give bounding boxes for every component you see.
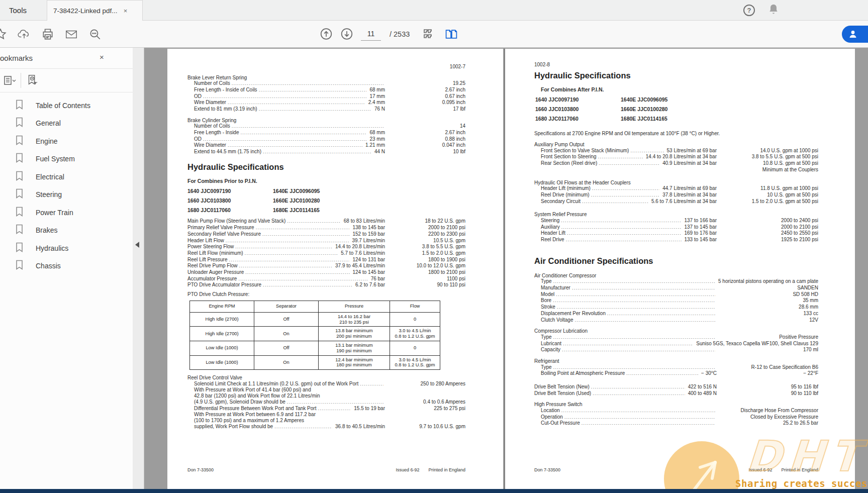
spec-value-imperial: − 22°F <box>717 370 818 376</box>
search-icon[interactable] <box>88 28 102 41</box>
tab-bar: Tools 7-38422-Linked pdf... × ? <box>0 0 868 21</box>
organize-pages-icon[interactable] <box>422 28 435 41</box>
spec-value-imperial: Discharge Hose From Compressor <box>717 408 818 414</box>
star-icon[interactable] <box>0 28 7 41</box>
spec-value-metric: 68 to 83 Litres/min <box>342 218 385 224</box>
spec-label: Wire Diameter <box>194 142 226 148</box>
bookmark-item-chassis[interactable]: Chassis <box>0 257 133 275</box>
toolbar-left-group <box>0 28 102 41</box>
dot-leader: ........................................… <box>203 94 366 100</box>
bookmark-item-brakes[interactable]: Brakes <box>0 222 133 240</box>
close-tab-icon[interactable]: × <box>124 7 128 15</box>
spec-label: Capacity <box>541 347 560 353</box>
spec-label: Secondary Relief Valve Pressure <box>187 231 261 237</box>
bookmark-item-table-of-contents[interactable]: Table of Contents <box>0 96 133 115</box>
bookmark-item-hydraulics[interactable]: Hydraulics <box>0 239 133 257</box>
bookmark-item-general[interactable]: General <box>0 115 133 133</box>
bookmark-item-fuel-system[interactable]: Fuel System <box>0 150 133 168</box>
dot-leader: ........................................… <box>582 421 715 427</box>
section-title: Hydraulic Oil Flows at the Header Couple… <box>534 180 818 186</box>
spec-row: Differential Pressure Between Work Port … <box>187 406 465 412</box>
share-button[interactable] <box>842 26 868 43</box>
spec-row: Auxiliary...............................… <box>534 224 818 231</box>
spec-row: Solenoid Limit Check at 1.1 Litres/min (… <box>187 381 465 387</box>
bookmark-options-icon[interactable] <box>3 74 16 87</box>
section-title: Refrigerant <box>534 358 818 364</box>
close-panel-icon[interactable]: × <box>100 53 104 61</box>
help-glyph: ? <box>747 7 751 14</box>
page-up-icon[interactable] <box>320 28 333 41</box>
bookmark-item-label: Hydraulics <box>36 244 68 252</box>
spec-value-metric: 138 to 145 bar <box>351 225 385 231</box>
spec-value-imperial: 0.88 inch <box>385 136 465 142</box>
spec-list: Number of Coils.........................… <box>187 80 465 113</box>
spec-value-metric: 17 mm <box>368 93 385 100</box>
spec-label: Rear Section (Reel drive) <box>541 160 597 166</box>
bookmark-item-power-train[interactable]: Power Train <box>0 204 133 222</box>
spec-row: Cut-Out Pressure........................… <box>534 420 818 427</box>
spec-value-imperial: 1100 psi <box>385 276 465 282</box>
spec-row: Wire Diameter...........................… <box>187 142 465 149</box>
spec-label: Free Length - Inside <box>194 130 239 136</box>
bookmark-item-electrical[interactable]: Electrical <box>0 168 133 186</box>
spec-value-imperial: 1.5 to 2.0 U.S. gpm at 500 psi <box>717 199 818 205</box>
spec-value-metric: 44.7 Litres/min at 69 bar <box>661 185 717 191</box>
document-viewport[interactable]: 1002-7 Brake Lever Return Spring Number … <box>144 47 868 493</box>
help-icon[interactable]: ? <box>743 5 755 16</box>
spec-value-imperial: 2.67 inch <box>385 130 465 136</box>
bookmark-item-steering[interactable]: Steering <box>0 186 133 204</box>
spec-label: Power Steering Flow <box>187 244 234 250</box>
spec-label: With Pressure at Work Port between 6.9 a… <box>194 412 316 418</box>
page-down-icon[interactable] <box>340 28 353 41</box>
tab-tools[interactable]: Tools <box>0 0 40 20</box>
bookmarks-panel: ookmarks × Table of ContentsGeneralEngin… <box>0 47 133 493</box>
spec-label: Header Lift (minimum) <box>541 185 591 191</box>
bell-icon[interactable] <box>768 4 779 17</box>
footer-issued: Issued 6-92 <box>396 467 419 473</box>
spec-label: Type <box>541 364 552 370</box>
spec-value-metric: 37.9 to 45.4 Litres/min <box>334 263 385 269</box>
collapse-panel-icon[interactable] <box>135 242 139 248</box>
cloud-upload-icon[interactable] <box>18 28 31 41</box>
find-current-bookmark-icon[interactable] <box>26 74 39 87</box>
spec-row: Unloader Auger Pressure.................… <box>187 269 465 276</box>
bookmark-item-label: Chassis <box>36 262 61 270</box>
spec-row: Boiling Point at Atmospheric Pressure...… <box>534 370 818 377</box>
footer-doc-code: Don 7-33500 <box>187 467 214 473</box>
dot-leader: ........................................… <box>235 244 332 250</box>
page-number-input[interactable] <box>361 27 381 41</box>
spec-label: Drive Belt Tension (Used) <box>534 390 591 397</box>
bookmark-item-label: General <box>36 119 61 127</box>
pin-row: 1680 JJC01170601680E JJC0114165 <box>187 206 465 215</box>
table-row: High Idle (2700)On13.8 bar minimum200 ps… <box>190 327 440 341</box>
spec-row: Bore....................................… <box>534 298 818 304</box>
section-title: Brake Lever Return Spring <box>187 75 465 81</box>
spec-value-imperial: 0.4 to 0.6 Amperes <box>385 399 465 405</box>
spec-value-metric: 133 to 145 bar <box>683 237 717 243</box>
dot-leader: ........................................… <box>256 225 350 231</box>
tab-document[interactable]: 7-38422-Linked pdf... × <box>47 0 143 21</box>
page-number-label: 1002-7 <box>187 64 465 70</box>
spec-label: Unloader Auger Pressure <box>187 269 244 275</box>
two-page-view-icon[interactable] <box>445 28 458 41</box>
bookmark-item-engine[interactable]: Engine <box>0 132 133 150</box>
spec-row: Manufacturer............................… <box>534 285 818 291</box>
dot-leader: ........................................… <box>566 237 682 243</box>
pto-clutch-pressure-label: PTO Drive Clutch Pressure: <box>187 291 465 298</box>
spec-label: Reel Drive <box>541 237 564 243</box>
spec-value-imperial: 0.095 inch <box>385 100 465 106</box>
pin-row: 1660 JJC01038001660E JJC0100280 <box>535 105 818 114</box>
email-icon[interactable] <box>65 28 78 41</box>
spec-row: Primary Relief Valve Pressure...........… <box>187 225 465 231</box>
pin-value: 1680 JJC0117060 <box>535 114 621 124</box>
dot-leader: ........................................… <box>226 238 349 244</box>
dot-leader: ........................................… <box>607 311 715 317</box>
spec-label: Operation <box>541 414 563 420</box>
dot-leader: ........................................… <box>561 218 681 224</box>
spec-value-imperial: R-12 to Case Specification B6 <box>717 364 818 370</box>
spec-row: Free Length - Inside of Coils...........… <box>187 87 465 93</box>
print-icon[interactable] <box>41 28 54 41</box>
page-number-label: 1002-8 <box>534 62 818 68</box>
spec-value-imperial: 2000 to 2100 psi <box>385 225 465 231</box>
spec-value-imperial: 14 <box>385 123 465 129</box>
